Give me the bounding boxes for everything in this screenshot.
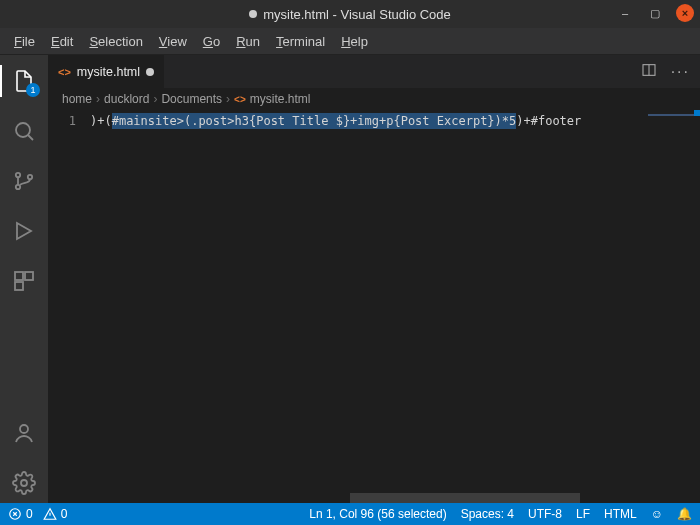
activity-source-control[interactable]	[0, 161, 48, 201]
menu-file[interactable]: File	[6, 31, 43, 52]
editor[interactable]: 1 )+(#mainsite>(.post>h3{Post Title $}+i…	[48, 110, 700, 503]
minimap-line	[648, 114, 694, 116]
status-feedback[interactable]: ☺	[651, 507, 663, 521]
editor-group: <> mysite.html ··· home › ducklord ›	[48, 55, 700, 503]
minimize-button[interactable]: –	[616, 4, 634, 22]
activity-accounts[interactable]	[0, 413, 48, 453]
tab-mysite-html[interactable]: <> mysite.html	[48, 55, 165, 88]
status-language[interactable]: HTML	[604, 507, 637, 521]
svg-point-3	[28, 175, 32, 179]
split-editor-button[interactable]	[641, 62, 657, 81]
svg-rect-4	[15, 272, 23, 280]
vscode-window: mysite.html - Visual Studio Code – ▢ × F…	[0, 0, 700, 525]
breadcrumb-seg-file[interactable]: mysite.html	[250, 92, 311, 106]
svg-point-7	[20, 425, 28, 433]
code-selection: #mainsite>(.post>h3{Post Title $}+img+p{…	[112, 113, 517, 129]
titlebar: mysite.html - Visual Studio Code – ▢ ×	[0, 0, 700, 28]
maximize-button[interactable]: ▢	[646, 4, 664, 22]
horizontal-scrollbar-thumb[interactable]	[350, 493, 580, 503]
main-body: 1	[0, 55, 700, 503]
breadcrumb-seg-home[interactable]: home	[62, 92, 92, 106]
statusbar: 0 0 Ln 1, Col 96 (56 selected) Spaces: 4…	[0, 503, 700, 525]
window-controls: – ▢ ×	[616, 4, 694, 22]
code-suffix: )+#footer	[516, 114, 581, 128]
minimap[interactable]	[644, 110, 700, 503]
html-file-icon: <>	[58, 66, 71, 78]
svg-point-8	[21, 480, 27, 486]
branch-icon	[12, 169, 36, 193]
status-indent[interactable]: Spaces: 4	[461, 507, 514, 521]
window-title: mysite.html - Visual Studio Code	[263, 7, 451, 22]
tabs-bar: <> mysite.html ···	[48, 55, 700, 88]
tab-actions: ···	[631, 55, 700, 88]
svg-rect-5	[25, 272, 33, 280]
code-prefix: )+(	[90, 114, 112, 128]
html-file-icon: <>	[234, 94, 246, 105]
svg-point-2	[16, 185, 20, 189]
menu-terminal[interactable]: Terminal	[268, 31, 333, 52]
close-button[interactable]: ×	[676, 4, 694, 22]
menu-run[interactable]: Run	[228, 31, 268, 52]
menubar: File Edit Selection View Go Run Terminal…	[0, 28, 700, 55]
status-errors[interactable]: 0	[8, 507, 33, 521]
menu-view[interactable]: View	[151, 31, 195, 52]
editor-more-button[interactable]: ···	[671, 63, 690, 81]
split-icon	[641, 62, 657, 78]
error-icon	[8, 507, 22, 521]
tab-dirty-indicator	[146, 68, 154, 76]
svg-point-0	[16, 123, 30, 137]
account-icon	[12, 421, 36, 445]
activity-explorer[interactable]: 1	[0, 61, 48, 101]
menu-go[interactable]: Go	[195, 31, 228, 52]
status-cursor[interactable]: Ln 1, Col 96 (56 selected)	[309, 507, 446, 521]
activitybar: 1	[0, 55, 48, 503]
breadcrumb[interactable]: home › ducklord › Documents › <> mysite.…	[48, 88, 700, 110]
status-notifications[interactable]: 🔔	[677, 507, 692, 521]
menu-edit[interactable]: Edit	[43, 31, 81, 52]
warning-icon	[43, 507, 57, 521]
extensions-icon	[12, 269, 36, 293]
titlebar-dirty-indicator	[249, 10, 257, 18]
search-icon	[12, 119, 36, 143]
svg-point-1	[16, 173, 20, 177]
gear-icon	[12, 471, 36, 495]
play-bug-icon	[12, 219, 36, 243]
svg-rect-6	[15, 282, 23, 290]
menu-help[interactable]: Help	[333, 31, 376, 52]
chevron-right-icon: ›	[153, 92, 157, 106]
activity-run-debug[interactable]	[0, 211, 48, 251]
breadcrumb-seg-user[interactable]: ducklord	[104, 92, 149, 106]
status-eol[interactable]: LF	[576, 507, 590, 521]
line-gutter: 1	[48, 110, 90, 503]
chevron-right-icon: ›	[96, 92, 100, 106]
explorer-badge: 1	[26, 83, 40, 97]
tab-label: mysite.html	[77, 65, 140, 79]
overview-ruler-marker	[694, 110, 700, 116]
activity-settings[interactable]	[0, 463, 48, 503]
status-encoding[interactable]: UTF-8	[528, 507, 562, 521]
activity-extensions[interactable]	[0, 261, 48, 301]
menu-selection[interactable]: Selection	[81, 31, 150, 52]
breadcrumb-seg-documents[interactable]: Documents	[161, 92, 222, 106]
code-area[interactable]: )+(#mainsite>(.post>h3{Post Title $}+img…	[90, 110, 644, 503]
line-number-1: 1	[48, 112, 76, 130]
chevron-right-icon: ›	[226, 92, 230, 106]
status-warnings[interactable]: 0	[43, 507, 68, 521]
activity-search[interactable]	[0, 111, 48, 151]
